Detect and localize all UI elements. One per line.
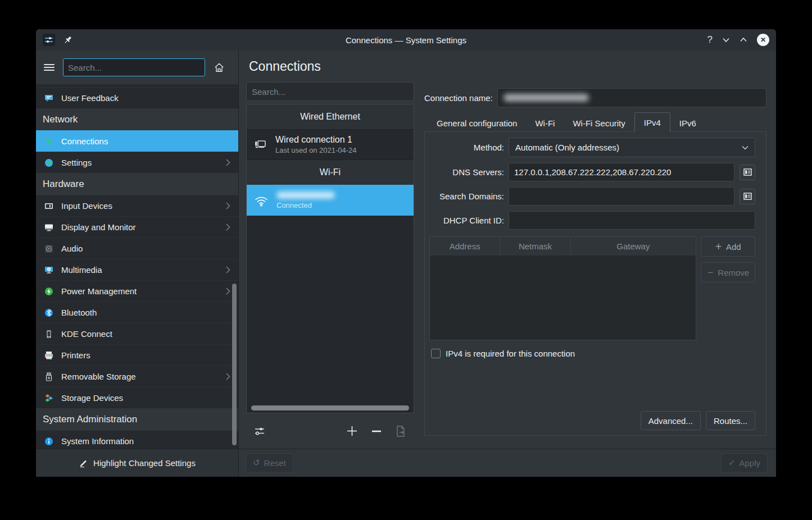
connection-name-input[interactable]: [497, 88, 766, 107]
multimedia-icon: [44, 265, 54, 275]
sidebar-list: User Feedback Network Connections: [36, 84, 238, 449]
sidebar-item-label: Settings: [61, 158, 219, 167]
sidebar-item-label: Connections: [61, 136, 230, 146]
tab-ipv6[interactable]: IPv6: [670, 115, 705, 132]
sidebar-item-settings[interactable]: Settings: [36, 152, 238, 173]
dns-servers-label: DNS Servers:: [429, 167, 504, 177]
plus-icon: +: [715, 243, 722, 251]
export-connection-button[interactable]: [395, 425, 406, 437]
wired-connection-icon: [253, 138, 268, 152]
ipv4-required-checkbox[interactable]: IPv4 is required for this connection: [429, 349, 755, 358]
add-address-button[interactable]: + Add: [701, 236, 755, 257]
dhcp-client-id-input[interactable]: [509, 211, 755, 230]
highlight-changed-settings-button[interactable]: Highlight Changed Settings: [36, 449, 238, 477]
list-horizontal-scrollbar[interactable]: [251, 405, 409, 410]
sidebar-item-multimedia[interactable]: Multimedia: [36, 259, 238, 280]
sidebar-item-removable-storage[interactable]: Removable Storage: [36, 366, 238, 387]
column-gateway[interactable]: Gateway: [571, 237, 696, 256]
search-domains-label: Search Domains:: [429, 191, 504, 201]
chevron-right-icon: [226, 223, 230, 231]
home-icon[interactable]: [214, 62, 225, 73]
help-button[interactable]: ?: [707, 34, 713, 45]
remove-connection-button[interactable]: [371, 430, 382, 433]
maximize-button[interactable]: [740, 37, 747, 43]
close-button[interactable]: ✕: [757, 34, 769, 46]
sidebar-item-label: Input Devices: [61, 201, 219, 211]
sidebar-item-label: Multimedia: [61, 265, 219, 275]
sidebar-item-label: Display and Monitor: [61, 222, 219, 232]
chevron-right-icon: [226, 288, 230, 295]
window-title: Connections — System Settings: [144, 35, 668, 45]
sidebar-item-power-management[interactable]: Power Management: [36, 280, 238, 302]
speaker-icon: [44, 244, 54, 254]
dns-edit-button[interactable]: [740, 165, 755, 180]
sidebar-item-label: Storage Devices: [61, 393, 230, 403]
method-label: Method:: [429, 143, 504, 152]
dns-servers-input[interactable]: [509, 163, 734, 181]
sidebar-search-input[interactable]: [63, 58, 205, 76]
routes-button[interactable]: Routes...: [706, 411, 755, 430]
system-settings-window: Connections — System Settings ? ✕: [36, 29, 776, 477]
checkbox-icon: [431, 349, 441, 358]
connection-editor: Connection name: General configuration W…: [424, 82, 766, 449]
pin-icon[interactable]: [63, 35, 72, 45]
sidebar-item-user-feedback[interactable]: User Feedback: [36, 87, 238, 108]
chevron-down-icon: [742, 145, 749, 150]
sidebar-item-input-devices[interactable]: Input Devices: [36, 195, 238, 216]
redacted-wifi-ssid: [276, 191, 335, 199]
connection-search-input[interactable]: [246, 82, 414, 101]
menu-icon[interactable]: [44, 64, 55, 71]
group-header-wifi: Wi-Fi: [247, 160, 414, 185]
search-domains-input[interactable]: [509, 187, 734, 206]
sidebar-item-audio[interactable]: Audio: [36, 238, 238, 259]
sidebar-item-label: Power Management: [61, 286, 219, 296]
method-select[interactable]: Automatic (Only addresses): [509, 138, 755, 157]
sidebar-item-display-and-monitor[interactable]: Display and Monitor: [36, 216, 238, 238]
sidebar-item-label: Bluetooth: [61, 308, 230, 317]
check-icon: ✓: [728, 459, 736, 467]
feedback-icon: [44, 93, 54, 103]
advanced-button[interactable]: Advanced...: [641, 411, 701, 430]
sidebar-item-label: Printers: [61, 350, 230, 360]
tab-ipv4[interactable]: IPv4: [634, 112, 670, 132]
page-title: Connections: [249, 59, 321, 74]
dhcp-client-id-label: DHCP Client ID:: [429, 216, 504, 225]
connection-list-toolbar: [246, 413, 414, 449]
tab-wifi[interactable]: Wi-Fi: [526, 115, 564, 132]
sidebar-item-system-information[interactable]: System Information: [36, 430, 238, 449]
addresses-table-body[interactable]: [430, 256, 696, 340]
usb-icon: [44, 372, 54, 382]
column-netmask[interactable]: Netmask: [500, 237, 570, 256]
app-icon: [43, 34, 55, 46]
bluetooth-icon: [44, 308, 54, 318]
globe-icon: [44, 136, 54, 147]
add-connection-button[interactable]: [346, 425, 358, 437]
sidebar-item-printers[interactable]: Printers: [36, 344, 238, 366]
tab-wifi-security[interactable]: Wi-Fi Security: [564, 115, 634, 132]
remove-address-button[interactable]: − Remove: [701, 262, 755, 282]
column-address[interactable]: Address: [430, 237, 500, 256]
reset-button[interactable]: ↺ Reset: [246, 453, 293, 473]
tab-bar: General configuration Wi-Fi Wi-Fi Securi…: [424, 112, 766, 132]
apply-button[interactable]: ✓ Apply: [721, 453, 768, 473]
connection-item-wired[interactable]: Wired connection 1 Last used on 2021-04-…: [247, 129, 414, 160]
sidebar-item-storage-devices[interactable]: Storage Devices: [36, 387, 238, 408]
connection-item-wifi[interactable]: Connected: [247, 185, 414, 216]
sidebar-scrollbar[interactable]: [232, 284, 237, 445]
edit-list-icon: [743, 168, 752, 176]
configure-connection-button[interactable]: [254, 426, 265, 437]
connection-list-empty-area: [247, 216, 414, 413]
addresses-table: Address Netmask Gateway: [429, 236, 696, 340]
sidebar-item-connections[interactable]: Connections: [36, 130, 238, 152]
sidebar-item-label: Audio: [61, 244, 230, 253]
connection-subtitle: Last used on 2021-04-24: [275, 146, 357, 154]
minimize-button[interactable]: [722, 37, 730, 43]
titlebar[interactable]: Connections — System Settings ? ✕: [36, 29, 776, 51]
ipv4-required-label: IPv4 is required for this connection: [446, 349, 575, 358]
search-domains-edit-button[interactable]: [740, 189, 755, 204]
minus-icon: −: [707, 268, 714, 277]
tab-general-configuration[interactable]: General configuration: [428, 115, 526, 132]
sidebar-item-bluetooth[interactable]: Bluetooth: [36, 302, 238, 323]
desktop-background: Connections — System Settings ? ✕: [0, 0, 812, 520]
sidebar-item-kde-connect[interactable]: KDE Connect: [36, 323, 238, 344]
